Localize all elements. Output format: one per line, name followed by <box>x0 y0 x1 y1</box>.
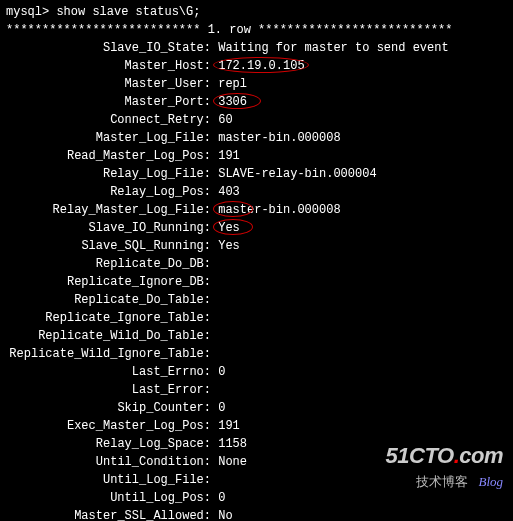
status-value: master-bin.000008 <box>211 129 341 147</box>
status-value <box>211 345 218 363</box>
status-value <box>211 309 218 327</box>
status-value: repl <box>211 75 247 93</box>
status-label: Replicate_Do_DB: <box>6 255 211 273</box>
status-value <box>211 291 218 309</box>
status-value: 1158 <box>211 435 247 453</box>
status-value: 60 <box>211 111 233 129</box>
status-row: Replicate_Ignore_DB: <box>6 273 507 291</box>
status-row: Replicate_Wild_Do_Table: <box>6 327 507 345</box>
status-row: Replicate_Wild_Ignore_Table: <box>6 345 507 363</box>
status-label: Replicate_Ignore_DB: <box>6 273 211 291</box>
status-label: Master_Host: <box>6 57 211 75</box>
status-label: Until_Log_Pos: <box>6 489 211 507</box>
status-label: Read_Master_Log_Pos: <box>6 147 211 165</box>
status-value: Waiting for master to send event <box>211 39 449 57</box>
status-row: Until_Condition: None <box>6 453 507 471</box>
status-label: Master_SSL_Allowed: <box>6 507 211 521</box>
status-row: Master_Port: 3306 <box>6 93 507 111</box>
status-row: Until_Log_Pos: 0 <box>6 489 507 507</box>
status-row: Last_Errno: 0 <box>6 363 507 381</box>
status-row: Slave_IO_Running: Yes <box>6 219 507 237</box>
status-value: 403 <box>211 183 240 201</box>
status-row: Master_Host: 172.19.0.105 <box>6 57 507 75</box>
status-label: Replicate_Wild_Ignore_Table: <box>6 345 211 363</box>
status-row: Replicate_Ignore_Table: <box>6 309 507 327</box>
status-row: Relay_Log_File: SLAVE-relay-bin.000004 <box>6 165 507 183</box>
status-label: Exec_Master_Log_Pos: <box>6 417 211 435</box>
status-row: Last_Error: <box>6 381 507 399</box>
status-row: Slave_SQL_Running: Yes <box>6 237 507 255</box>
status-value <box>211 273 218 291</box>
status-label: Slave_IO_State: <box>6 39 211 57</box>
status-row: Slave_IO_State: Waiting for master to se… <box>6 39 507 57</box>
status-label: Until_Condition: <box>6 453 211 471</box>
status-label: Connect_Retry: <box>6 111 211 129</box>
status-label: Relay_Log_Space: <box>6 435 211 453</box>
status-label: Relay_Log_Pos: <box>6 183 211 201</box>
status-label: Relay_Master_Log_File: <box>6 201 211 219</box>
status-value: Yes <box>211 237 240 255</box>
status-label: Replicate_Do_Table: <box>6 291 211 309</box>
status-value <box>211 471 218 489</box>
row-header: *************************** 1. row *****… <box>6 21 507 39</box>
status-row: Replicate_Do_Table: <box>6 291 507 309</box>
status-row: Connect_Retry: 60 <box>6 111 507 129</box>
status-row: Replicate_Do_DB: <box>6 255 507 273</box>
status-label: Relay_Log_File: <box>6 165 211 183</box>
status-value: 172.19.0.105 <box>211 57 305 75</box>
status-value: 0 <box>211 489 225 507</box>
status-row: Skip_Counter: 0 <box>6 399 507 417</box>
status-output: Slave_IO_State: Waiting for master to se… <box>6 39 507 521</box>
status-label: Last_Error: <box>6 381 211 399</box>
status-value: 191 <box>211 147 240 165</box>
status-row: Relay_Master_Log_File: master-bin.000008 <box>6 201 507 219</box>
status-label: Last_Errno: <box>6 363 211 381</box>
status-label: Slave_IO_Running: <box>6 219 211 237</box>
status-row: Exec_Master_Log_Pos: 191 <box>6 417 507 435</box>
status-row: Relay_Log_Pos: 403 <box>6 183 507 201</box>
status-value: SLAVE-relay-bin.000004 <box>211 165 377 183</box>
status-value <box>211 255 218 273</box>
status-label: Replicate_Wild_Do_Table: <box>6 327 211 345</box>
status-label: Slave_SQL_Running: <box>6 237 211 255</box>
status-row: Master_Log_File: master-bin.000008 <box>6 129 507 147</box>
status-value <box>211 381 218 399</box>
status-label: Master_User: <box>6 75 211 93</box>
status-value: Yes <box>211 219 240 237</box>
status-label: Master_Port: <box>6 93 211 111</box>
status-value: None <box>211 453 247 471</box>
status-row: Master_SSL_Allowed: No <box>6 507 507 521</box>
status-label: Replicate_Ignore_Table: <box>6 309 211 327</box>
status-label: Master_Log_File: <box>6 129 211 147</box>
status-value: 3306 <box>211 93 247 111</box>
status-label: Until_Log_File: <box>6 471 211 489</box>
status-value: 191 <box>211 417 240 435</box>
status-row: Read_Master_Log_Pos: 191 <box>6 147 507 165</box>
status-label: Skip_Counter: <box>6 399 211 417</box>
status-row: Master_User: repl <box>6 75 507 93</box>
mysql-prompt: mysql> show slave status\G; <box>6 3 507 21</box>
status-value: master-bin.000008 <box>211 201 341 219</box>
status-row: Relay_Log_Space: 1158 <box>6 435 507 453</box>
status-value: 0 <box>211 363 225 381</box>
status-value: No <box>211 507 233 521</box>
status-row: Until_Log_File: <box>6 471 507 489</box>
status-value: 0 <box>211 399 225 417</box>
status-value <box>211 327 218 345</box>
